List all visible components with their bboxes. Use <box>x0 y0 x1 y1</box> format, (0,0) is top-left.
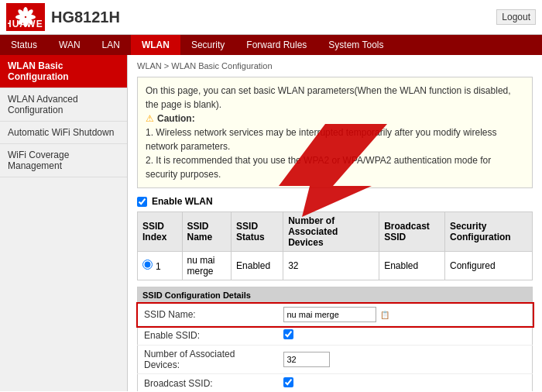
enable-ssid-checkbox[interactable] <box>283 329 293 339</box>
nav-wlan[interactable]: WLAN <box>131 35 180 55</box>
layout: WLAN Basic Configuration WLAN Advanced C… <box>0 55 542 391</box>
num-devices-row: Number of Associated Devices: <box>138 346 533 374</box>
num-devices-input[interactable] <box>283 352 330 367</box>
broadcast-ssid-cell <box>277 374 533 392</box>
num-devices-cell <box>277 346 533 374</box>
sidebar-item-wlan-basic[interactable]: WLAN Basic Configuration <box>0 55 127 88</box>
info-box: On this page, you can set basic WLAN par… <box>137 77 533 188</box>
cell-devices: 32 <box>283 252 379 280</box>
enable-ssid-label: Enable SSID: <box>138 326 277 346</box>
sidebar: WLAN Basic Configuration WLAN Advanced C… <box>0 55 128 391</box>
cell-broadcast: Enabled <box>379 252 445 280</box>
broadcast-ssid-row: Broadcast SSID: <box>138 374 533 392</box>
logo-area: HUAWEI HG8121H <box>6 3 120 31</box>
ssid-name-edit-icon[interactable]: 📋 <box>380 311 389 319</box>
ssid-name-row: SSID Name: 📋 <box>138 304 533 326</box>
huawei-logo: HUAWEI <box>6 3 45 31</box>
main-nav: Status WAN LAN WLAN Security Forward Rul… <box>0 35 542 55</box>
row-radio[interactable] <box>142 260 153 270</box>
nav-system-tools[interactable]: System Tools <box>317 35 394 55</box>
ssid-name-value-cell: 📋 <box>277 304 533 326</box>
enable-ssid-row: Enable SSID: <box>138 326 533 346</box>
info-line1: On this page, you can set basic WLAN par… <box>146 84 524 112</box>
sidebar-item-auto-wifi[interactable]: Automatic WiFi Shutdown <box>0 122 127 144</box>
broadcast-ssid-checkbox[interactable] <box>283 377 293 387</box>
ssid-name-label: SSID Name: <box>138 304 277 326</box>
nav-security[interactable]: Security <box>180 35 235 55</box>
cell-name: nu mai merge <box>182 252 232 280</box>
nav-wan[interactable]: WAN <box>48 35 91 55</box>
ssid-config-section-header: SSID Configuration Details <box>137 287 533 303</box>
main-content: WLAN > WLAN Basic Configuration On this … <box>128 55 542 391</box>
cell-status: Enabled <box>232 252 283 280</box>
col-ssid-name: SSID Name <box>182 212 232 252</box>
ssid-name-input[interactable] <box>283 307 376 322</box>
svg-text:HUAWEI: HUAWEI <box>8 19 43 29</box>
nav-status[interactable]: Status <box>0 35 48 55</box>
ssid-config-table: SSID Name: 📋 Enable SSID: <box>137 303 533 391</box>
wlan-table: SSID Index SSID Name SSID Status Number … <box>137 211 533 280</box>
sidebar-item-wlan-advanced[interactable]: WLAN Advanced Configuration <box>0 88 127 122</box>
enable-wlan-checkbox[interactable] <box>137 197 147 207</box>
col-num-devices: Number of Associated Devices <box>283 212 379 252</box>
enable-ssid-cell <box>277 326 533 346</box>
info-line3: 2. It is recommended that you use the WP… <box>146 153 524 181</box>
header: HUAWEI HG8121H Logout <box>0 0 542 35</box>
breadcrumb: WLAN > WLAN Basic Configuration <box>137 61 533 70</box>
broadcast-ssid-label: Broadcast SSID: <box>138 374 277 392</box>
warning-icon: ⚠ <box>146 113 154 124</box>
cell-security: Configured <box>444 252 532 280</box>
device-title: HG8121H <box>51 9 120 26</box>
col-ssid-status: SSID Status <box>232 212 283 252</box>
sidebar-item-wifi-coverage[interactable]: WiFi Coverage Management <box>0 144 127 177</box>
col-broadcast-ssid: Broadcast SSID <box>379 212 445 252</box>
enable-wlan-row: Enable WLAN <box>137 196 533 207</box>
num-devices-label: Number of Associated Devices: <box>138 346 277 374</box>
info-line2: 1. Wireless network services may be inte… <box>146 126 524 153</box>
logout-button[interactable]: Logout <box>496 9 536 25</box>
table-row[interactable]: 1 nu mai merge Enabled 32 Enabled Config… <box>138 252 533 280</box>
enable-wlan-label: Enable WLAN <box>152 196 213 207</box>
nav-forward-rules[interactable]: Forward Rules <box>235 35 317 55</box>
cell-index: 1 <box>138 252 183 280</box>
col-security-config: Security Configuration <box>444 212 532 252</box>
info-caution: ⚠Caution: <box>146 112 524 126</box>
col-ssid-index: SSID Index <box>138 212 183 252</box>
nav-lan[interactable]: LAN <box>91 35 131 55</box>
